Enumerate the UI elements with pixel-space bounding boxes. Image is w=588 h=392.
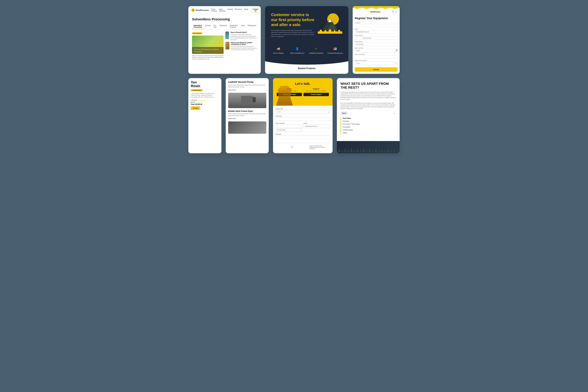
register-logo[interactable]: ☀ PurePressure <box>368 11 380 13</box>
add-to-cart-button[interactable]: to Cart <box>191 106 200 110</box>
hamburger-menu[interactable] <box>355 11 357 12</box>
message-field: Message <box>276 133 330 144</box>
rosin-line1: Ton <box>191 80 197 84</box>
contact-email-input[interactable] <box>304 124 330 128</box>
tab-solventless-processing[interactable]: Solventless Processing <box>192 24 204 29</box>
cannabis-leaves-decoration <box>338 147 399 153</box>
guarantee-label: Satisfaction Guaranteed <box>309 52 323 54</box>
arrow-icon-1: › <box>236 89 236 91</box>
rosin-line2: Rosin <box>191 84 200 88</box>
nav-link-resources[interactable]: Resources <box>235 8 242 12</box>
phone-input[interactable] <box>362 36 398 40</box>
submit-button[interactable]: Submit <box>355 68 398 72</box>
article-thumbnail-1 <box>226 32 229 39</box>
leybold-learn-more-text: Learn more <box>228 89 236 91</box>
rosin-card: Ton Rosin ☀ PurePressure ...and unheard … <box>188 78 222 153</box>
tab-solventless-products[interactable]: Solventless Products <box>228 24 239 29</box>
contact-phone-input[interactable] <box>276 128 302 132</box>
leaf-5 <box>350 148 353 153</box>
product-select[interactable]: Select <box>340 112 348 115</box>
feature-pressure[interactable]: Pressure <box>343 120 396 123</box>
rosin-view-details-1[interactable]: View details <box>198 100 205 101</box>
article-title-2[interactable]: How to cure Rosin for perfect consistenc… <box>231 42 257 45</box>
svg-point-9 <box>320 30 322 33</box>
nav-link-hash[interactable]: Hash Washing <box>219 8 225 12</box>
mountain-illustration <box>318 12 342 34</box>
features-list: Heat Plates Pressure Pressware™ Technolo… <box>340 117 396 134</box>
contact-fullname-label: Full Name <box>276 115 330 117</box>
leaf-17 <box>387 148 390 153</box>
nav-link-rosin-presses[interactable]: Rosin Presses <box>212 8 217 12</box>
contact-us-button[interactable]: Contact Us <box>251 8 260 12</box>
phone-prefix-input[interactable] <box>355 36 360 40</box>
feature-craftsmanship[interactable]: Craftsmanship <box>343 128 396 132</box>
svg-point-10 <box>324 30 326 33</box>
blog-logo[interactable]: ☀ PurePressure <box>192 8 209 12</box>
tab-pro-tips[interactable]: Pro Tips <box>212 24 218 29</box>
inquiry-type-select[interactable]: Select <box>276 110 330 114</box>
machine-vent <box>253 97 256 102</box>
fullname-input[interactable] <box>355 24 398 27</box>
rosin-view-details-2[interactable]: View details <box>196 102 203 103</box>
leaf-2 <box>341 149 344 153</box>
register-nav-icons: 🔍 🛒 <box>392 11 398 13</box>
blog-title: Solventless Processing <box>192 17 257 21</box>
blog-content: Solventless Processing Solventless Proce… <box>188 14 261 63</box>
article-info-1: How to Decarb Rosin? If you want to make… <box>230 32 257 40</box>
nav-link-training[interactable]: Training <box>227 8 232 12</box>
related-products-section: Related Products <box>265 64 348 72</box>
article-title-1[interactable]: How to Decarb Rosin? <box>230 32 257 33</box>
place-input[interactable] <box>355 55 398 59</box>
rosin-total-amount: $2,995.00 <box>195 104 202 105</box>
contact-email-label: Email* <box>304 122 330 124</box>
contact-phone-label: Phone Number <box>276 122 302 124</box>
support-title: Support <box>304 88 329 90</box>
date-input[interactable] <box>355 49 395 52</box>
wave-section: Related Products <box>265 57 348 72</box>
contact-phone-field: Phone Number <box>276 122 302 132</box>
nav-link-about[interactable]: About <box>244 8 248 12</box>
consent-text: I agree to receive other communications … <box>310 145 330 149</box>
product-select-group: Select ▾ <box>340 112 396 115</box>
search-icon[interactable]: 🔍 <box>392 11 394 13</box>
leaf-4 <box>347 149 350 153</box>
inquiry-select-wrap: Select ▾ <box>276 110 330 114</box>
message-textarea[interactable] <box>276 135 330 143</box>
leaf-3 <box>344 148 347 153</box>
leybold-title: Leybold Vacuum Pump <box>228 80 266 83</box>
fullname-field: Full Name <box>276 115 330 121</box>
tab-whitepapers[interactable]: Whitepapers <box>246 24 258 29</box>
rosin-price-row-2: $15.00 View details <box>191 102 219 103</box>
feature-pressware[interactable]: Pressware™ Technology <box>343 123 396 126</box>
message-label: Message <box>276 133 330 135</box>
phone-group: Phone Number <box>355 35 398 40</box>
bubble-learn-more-text: Learn more <box>228 118 236 119</box>
hero-section: Customer service is our first priority b… <box>265 6 348 43</box>
blog-card: ☀ PurePressure Rosin Presses Hash Washin… <box>188 6 261 74</box>
tab-equipment[interactable]: Equipment <box>218 24 228 29</box>
tab-general[interactable]: General <box>204 24 212 29</box>
consent-checkbox[interactable] <box>276 146 308 148</box>
product-select-chevron-icon: ▾ <box>394 112 395 114</box>
leaf-13 <box>374 148 377 153</box>
feature-orientation[interactable]: Orientation <box>343 126 396 128</box>
bubble-hash-learn-more[interactable]: Learn more › <box>228 118 266 119</box>
product-select-wrap: Select ▾ <box>340 112 396 115</box>
email-input[interactable] <box>355 30 398 34</box>
contact-phone-prefix[interactable] <box>276 124 302 128</box>
date-label: Date Purchased <box>355 47 398 49</box>
tab-news[interactable]: News <box>239 24 246 29</box>
equipment-select[interactable]: Select <box>355 62 398 65</box>
contact-fullname-input[interactable] <box>276 117 330 121</box>
leybold-learn-more[interactable]: Learn more › <box>228 89 266 91</box>
article-row-1: How to Decarb Rosin? If you want to make… <box>226 32 257 40</box>
fullname-label: Full Name <box>355 22 398 24</box>
serial-input[interactable] <box>355 43 398 46</box>
contact-email-field: Email* <box>304 122 330 132</box>
leybold-card: Leybold Vacuum Pump Donec et quam at eli… <box>226 78 269 153</box>
blog-main-grid: Most Popular Trichome Development Impact… <box>192 32 257 60</box>
contact-support-button[interactable]: Contact Support <box>304 93 329 96</box>
cart-icon[interactable]: 🛒 <box>395 11 398 13</box>
feature-heat-plates[interactable]: Heat Plates <box>343 117 396 120</box>
feature-safety[interactable]: Safety <box>343 132 396 134</box>
